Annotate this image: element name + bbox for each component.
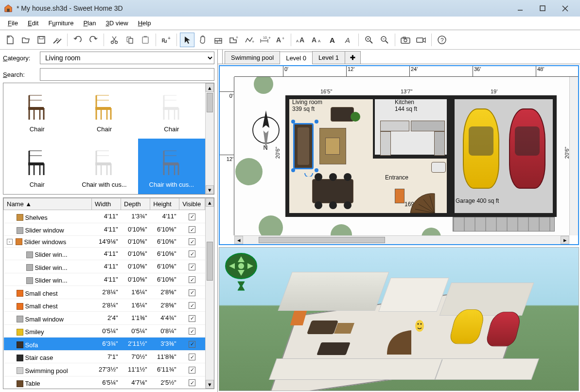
menu-edit[interactable]: Edit: [23, 18, 43, 28]
save-button[interactable]: [34, 33, 49, 47]
visible-checkbox[interactable]: ✓: [189, 328, 195, 335]
table-row[interactable]: Slider win... 4'11"0'10⅝"6'10⅝" ✓: [4, 273, 205, 286]
cut-button[interactable]: [107, 33, 122, 47]
plan-canvas[interactable]: N 16'5" 13'7" 19' 20'6" 20'6": [234, 77, 578, 235]
table-row[interactable]: Small chest 2'8¼"1'6¼"2'8⅝" ✓: [4, 299, 205, 312]
scroll-left-icon[interactable]: ◂: [234, 236, 243, 244]
kitchen-fridge[interactable]: [434, 131, 445, 156]
kitchen-counter[interactable]: [380, 121, 409, 131]
create-photo-button[interactable]: [398, 33, 413, 47]
catalog-scrollbar[interactable]: ▴ ▾: [205, 83, 214, 194]
help-button[interactable]: ?: [435, 33, 449, 47]
table-row[interactable]: Small window 2'4"1'1⅜"4'4¾" ✓: [4, 312, 205, 325]
coffee-table[interactable]: [325, 138, 340, 155]
visible-checkbox[interactable]: ✓: [189, 341, 195, 348]
table-row[interactable]: Shelves 4'11"1'3¾"4'11" ✓: [4, 210, 205, 223]
zoom-out-button[interactable]: [377, 33, 392, 47]
tab-level-1[interactable]: Level 1: [312, 51, 345, 64]
table-row[interactable]: Sofa 6'3¾"2'11½"3'3⅜" ✓: [4, 338, 205, 351]
kitchen-counter[interactable]: [380, 131, 391, 156]
pan-tool-button[interactable]: [195, 33, 210, 47]
plan-view[interactable]: 0' 12' 24' 36' 48' 0' 12' N: [219, 65, 579, 245]
table-scrollbar[interactable]: ▴ ▾: [205, 198, 214, 389]
redo-button[interactable]: [86, 33, 101, 47]
table-row[interactable]: Smiley 0'5¼"0'5¼"0'8¼" ✓: [4, 324, 205, 338]
tab-swimming-pool[interactable]: Swimming pool: [225, 51, 280, 64]
create-dimensions-button[interactable]: 10+: [258, 33, 272, 47]
create-video-button[interactable]: [414, 33, 428, 47]
col-depth[interactable]: Depth: [121, 198, 150, 210]
car-red[interactable]: [509, 108, 545, 189]
staircase[interactable]: [408, 189, 437, 215]
preferences-button[interactable]: [50, 33, 64, 47]
scrollbar-thumb[interactable]: [207, 242, 213, 281]
visible-checkbox[interactable]: ✓: [189, 354, 195, 360]
scroll-down-icon[interactable]: ▾: [206, 185, 214, 194]
table-row[interactable]: Swimming pool 27'3½"11'1½"6'11¾" ✓: [4, 363, 205, 376]
visible-checkbox[interactable]: ✓: [189, 276, 195, 283]
add-furniture-button[interactable]: +: [159, 33, 174, 47]
catalog-item[interactable]: Chair: [70, 83, 138, 139]
select-tool-button[interactable]: [180, 33, 194, 47]
category-select[interactable]: Living room: [40, 52, 214, 64]
car-yellow[interactable]: [463, 108, 499, 189]
visible-checkbox[interactable]: ✓: [189, 367, 195, 374]
table-row[interactable]: Slider win... 4'11"0'10⅝"6'10⅝" ✓: [4, 247, 205, 260]
visible-checkbox[interactable]: ✓: [189, 302, 195, 309]
col-width[interactable]: Width: [92, 198, 121, 210]
plan-vscrollbar[interactable]: [569, 77, 578, 235]
menu-file[interactable]: File: [3, 18, 23, 28]
tree-expander[interactable]: -: [7, 239, 13, 245]
close-button[interactable]: [554, 1, 576, 16]
menu-plan[interactable]: Plan: [78, 18, 101, 28]
catalog-item[interactable]: Chair: [3, 83, 70, 139]
create-rooms-button[interactable]: +: [227, 33, 241, 47]
scroll-up-icon[interactable]: ▴: [206, 83, 214, 92]
new-button[interactable]: [3, 33, 18, 47]
scroll-down-icon[interactable]: ▾: [206, 380, 214, 389]
decrease-text-button[interactable]: AA: [310, 33, 324, 47]
menu-3d-view[interactable]: 3D view: [101, 18, 133, 28]
copy-button[interactable]: [123, 33, 137, 47]
visible-checkbox[interactable]: ✓: [189, 238, 195, 245]
tab-level-0[interactable]: Level 0: [280, 52, 313, 64]
3d-nav-control[interactable]: [224, 252, 258, 291]
increase-text-button[interactable]: AA: [294, 33, 309, 47]
scroll-up-icon[interactable]: ▴: [206, 198, 214, 207]
visible-checkbox[interactable]: ✓: [189, 214, 195, 220]
small-chest[interactable]: [395, 189, 404, 203]
col-visible[interactable]: Visible: [179, 198, 205, 210]
minimize-button[interactable]: [509, 1, 531, 16]
tab-add-level[interactable]: ✚: [345, 51, 361, 64]
3d-view[interactable]: [219, 247, 579, 391]
scrollbar-thumb[interactable]: [259, 237, 385, 243]
sofa-selected[interactable]: [293, 123, 314, 169]
italic-button[interactable]: A: [341, 33, 355, 47]
visible-checkbox[interactable]: ✓: [189, 289, 195, 296]
open-button[interactable]: [18, 33, 33, 47]
visible-checkbox[interactable]: ✓: [189, 264, 195, 270]
search-input[interactable]: [40, 68, 214, 81]
menu-furniture[interactable]: Furniture: [43, 18, 78, 28]
kitchen-counter[interactable]: [411, 121, 445, 131]
catalog-item[interactable]: Chair with cus...: [138, 139, 205, 194]
create-polylines-button[interactable]: +: [242, 33, 257, 47]
table-row[interactable]: Slider window 4'11"0'10⅝"6'10⅝" ✓: [4, 223, 205, 236]
toilet[interactable]: [431, 162, 446, 173]
maximize-button[interactable]: [531, 1, 554, 16]
menu-help[interactable]: Help: [133, 18, 156, 28]
col-name[interactable]: Name ▲: [4, 198, 92, 210]
table-row[interactable]: -Slider windows 14'9⅛"0'10⅝"6'10⅝" ✓: [4, 236, 205, 248]
plan-hscrollbar[interactable]: ◂ ▸: [234, 235, 569, 244]
visible-checkbox[interactable]: ✓: [189, 379, 195, 386]
catalog-item[interactable]: Chair: [138, 83, 205, 139]
table-row[interactable]: Small chest 2'8¼"1'6¼"2'8⅝" ✓: [4, 286, 205, 299]
create-walls-button[interactable]: [211, 33, 226, 47]
undo-button[interactable]: [70, 33, 85, 47]
visible-checkbox[interactable]: ✓: [189, 250, 195, 257]
scrollbar-thumb[interactable]: [207, 93, 213, 112]
catalog-item[interactable]: Chair: [3, 139, 70, 194]
bold-button[interactable]: A: [325, 33, 340, 47]
visible-checkbox[interactable]: ✓: [189, 315, 195, 322]
paste-button[interactable]: [138, 33, 153, 47]
